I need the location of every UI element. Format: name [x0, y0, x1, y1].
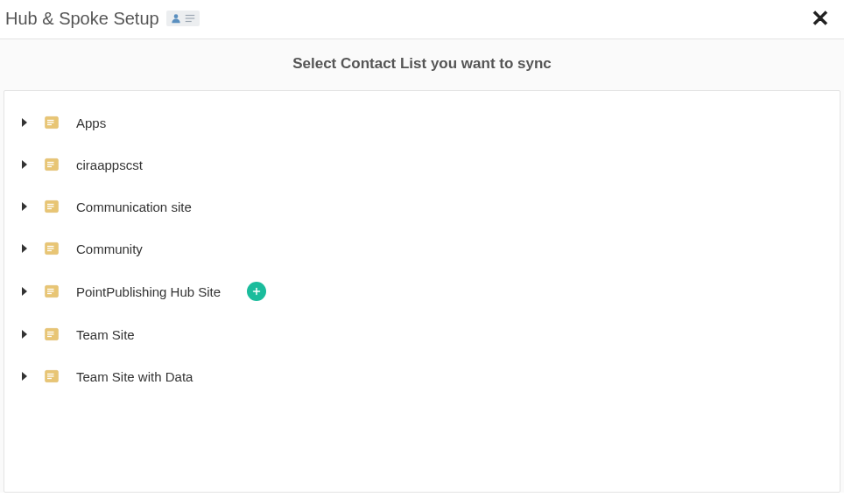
tree-item[interactable]: Apps [4, 102, 840, 144]
svg-rect-3 [185, 21, 191, 22]
expand-caret-icon[interactable] [22, 244, 27, 253]
panel-wrap: Apps ciraappscst Communication site Comm… [0, 90, 844, 493]
header-left: Hub & Spoke Setup [5, 9, 200, 29]
tree-item[interactable]: ciraappscst [4, 144, 840, 186]
tree-item-label: Communication site [76, 200, 192, 214]
expand-caret-icon[interactable] [22, 287, 27, 296]
tree-item[interactable]: Team Site with Data [4, 355, 840, 397]
list-icon [184, 12, 196, 24]
expand-caret-icon[interactable] [22, 118, 27, 127]
tree-item-label: ciraappscst [76, 158, 143, 172]
dialog-title: Hub & Spoke Setup [5, 9, 159, 29]
expand-caret-icon[interactable] [22, 202, 27, 211]
title-icon-group [166, 10, 200, 26]
expand-caret-icon[interactable] [22, 160, 27, 169]
tree-item-label: Apps [76, 116, 106, 130]
tree-item[interactable]: Communication site [4, 186, 840, 228]
folder-icon [43, 156, 60, 173]
tree-item-label: Community [76, 242, 143, 256]
tree-item-label: Team Site [76, 327, 135, 342]
tree-panel: Apps ciraappscst Communication site Comm… [4, 90, 840, 493]
svg-rect-2 [185, 18, 194, 18]
tree-item[interactable]: PointPublishing Hub Site [4, 270, 840, 313]
expand-caret-icon[interactable] [22, 330, 27, 339]
expand-caret-icon[interactable] [22, 372, 27, 381]
tree-item[interactable]: Team Site [4, 313, 840, 355]
svg-point-0 [173, 14, 178, 18]
add-button[interactable] [247, 282, 266, 301]
tree-item-label: Team Site with Data [76, 369, 193, 384]
folder-icon [43, 240, 60, 257]
subheader-text: Select Contact List you want to sync [0, 39, 844, 90]
folder-icon [43, 114, 60, 131]
folder-icon [43, 368, 60, 385]
close-button[interactable]: ✕ [807, 7, 833, 30]
dialog-header: Hub & Spoke Setup ✕ [0, 0, 844, 39]
folder-icon [43, 283, 60, 300]
plus-icon [251, 286, 262, 297]
svg-rect-1 [185, 15, 194, 16]
tree-item-label: PointPublishing Hub Site [76, 284, 221, 299]
tree-item[interactable]: Community [4, 228, 840, 270]
folder-icon [43, 198, 60, 215]
folder-icon [43, 326, 60, 343]
person-icon [170, 12, 182, 24]
